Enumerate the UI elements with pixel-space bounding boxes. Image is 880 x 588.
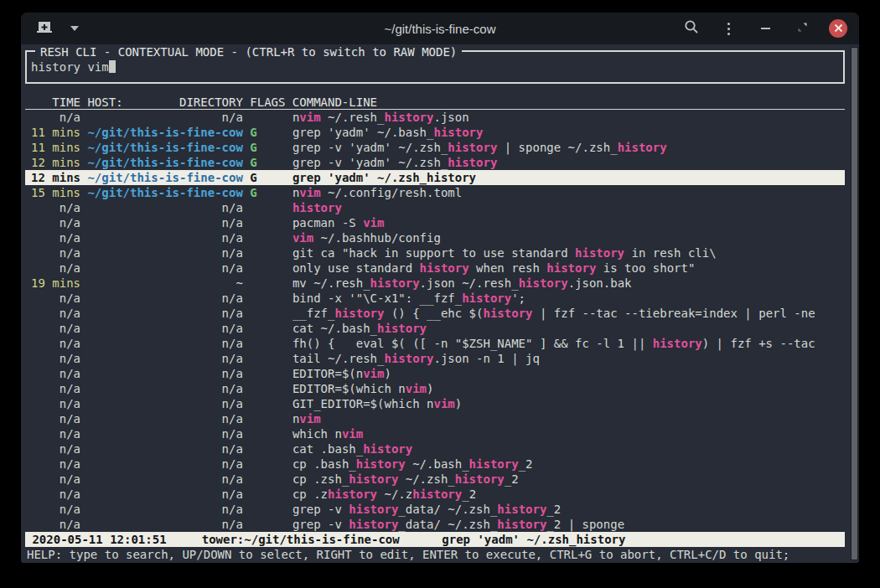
menu-button[interactable] bbox=[718, 18, 738, 39]
history-row[interactable]: n/a n/a git ca "hack in support to use s… bbox=[25, 245, 845, 260]
minimize-icon bbox=[761, 28, 770, 29]
terminal-window: ~/git/this-is-fine-cow bbox=[21, 13, 859, 563]
history-row[interactable]: n/a n/a fh() { eval $( ([ -n "$ZSH_NAME"… bbox=[25, 336, 845, 351]
history-row[interactable]: n/a n/a tail ~/.resh_history.json -n 1 |… bbox=[25, 351, 845, 366]
history-row[interactable]: n/a n/a __fzf_history () { __ehc $(histo… bbox=[25, 306, 845, 321]
titlebar: ~/git/this-is-fine-cow bbox=[21, 13, 859, 44]
resh-box: RESH CLI - CONTEXTUAL MODE - (CTRL+R to … bbox=[25, 50, 845, 84]
history-row[interactable]: 11 mins ~/git/this-is-fine-cow G grep 'y… bbox=[25, 125, 845, 140]
history-row[interactable]: 11 mins ~/git/this-is-fine-cow G grep -v… bbox=[25, 140, 845, 155]
scrollbar[interactable] bbox=[851, 47, 858, 560]
help-line: HELP: type to search, UP/DOWN to select,… bbox=[25, 547, 845, 562]
kebab-menu-icon bbox=[727, 23, 730, 35]
minimize-button[interactable] bbox=[755, 18, 775, 39]
search-button[interactable] bbox=[681, 18, 701, 39]
history-row[interactable]: n/a n/a cp .bash_history ~/.bash_history… bbox=[25, 456, 845, 472]
history-row[interactable]: 12 mins ~/git/this-is-fine-cow G grep -v… bbox=[25, 155, 845, 170]
history-row[interactable]: n/a n/a nvim bbox=[25, 411, 845, 426]
history-row[interactable]: n/a n/a pacman -S vim bbox=[25, 215, 845, 230]
history-row[interactable]: 12 mins ~/git/this-is-fine-cow G grep 'y… bbox=[25, 170, 845, 185]
history-rows: n/a n/a nvim ~/.resh_history.json11 mins… bbox=[25, 110, 845, 532]
history-row[interactable]: n/a n/a only use standard history when r… bbox=[25, 260, 845, 276]
history-row[interactable]: n/a n/a vim ~/.bashhub/config bbox=[25, 230, 845, 245]
scrollbar-thumb[interactable] bbox=[852, 48, 857, 560]
history-table-header: TIME HOST: DIRECTORY FLAGS COMMAND-LINE bbox=[25, 95, 845, 110]
search-query: history vim bbox=[31, 60, 109, 74]
history-row[interactable]: n/a n/a bind -x '"\C-x1": __fzf_history'… bbox=[25, 291, 845, 306]
history-row[interactable]: n/a n/a cp .zhistory ~/.zhistory_2 bbox=[25, 487, 845, 502]
history-row[interactable]: n/a n/a EDITOR=$(nvim) bbox=[25, 366, 845, 381]
history-row[interactable]: n/a n/a cp .zsh_history ~/.zsh_history_2 bbox=[25, 472, 845, 487]
search-icon bbox=[684, 19, 699, 38]
history-row[interactable]: n/a n/a GIT_EDITOR=$(which nvim) bbox=[25, 396, 845, 411]
restore-button[interactable] bbox=[792, 18, 812, 39]
history-row[interactable]: 19 mins ~ mv ~/.resh_history.json ~/.res… bbox=[25, 276, 845, 291]
close-button[interactable] bbox=[829, 19, 847, 38]
history-row[interactable]: n/a n/a which nvim bbox=[25, 426, 845, 441]
terminal: RESH CLI - CONTEXTUAL MODE - (CTRL+R to … bbox=[21, 44, 859, 563]
text-cursor bbox=[109, 60, 116, 73]
history-row[interactable]: n/a n/a grep -v history_data/ ~/.zsh_his… bbox=[25, 502, 845, 517]
history-row[interactable]: n/a n/a history bbox=[25, 200, 845, 215]
status-bar: 2020-05-11 12:01:51 tower:~/git/this-is-… bbox=[25, 532, 845, 547]
close-icon bbox=[834, 21, 843, 36]
history-row[interactable]: n/a n/a cat .bash_history bbox=[25, 441, 845, 456]
resh-box-label: RESH CLI - CONTEXTUAL MODE - (CTRL+R to … bbox=[35, 44, 462, 59]
history-row[interactable]: n/a n/a cat ~/.bash_history bbox=[25, 321, 845, 336]
history-row[interactable]: n/a n/a EDITOR=$(which nvim) bbox=[25, 381, 845, 396]
restore-icon bbox=[797, 21, 808, 36]
history-row[interactable]: 15 mins ~/git/this-is-fine-cow G nvim ~/… bbox=[25, 185, 845, 200]
history-row[interactable]: n/a n/a grep -v history_data/ ~/.zsh_his… bbox=[25, 517, 845, 532]
history-row[interactable]: n/a n/a nvim ~/.resh_history.json bbox=[25, 110, 845, 125]
